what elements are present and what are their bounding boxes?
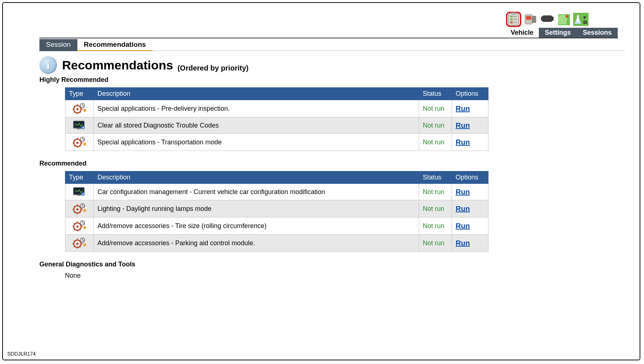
monitor-icon [69,120,90,130]
toolbar-label-vehicle[interactable]: Vehicle [505,28,539,38]
run-link[interactable]: Run [456,105,470,113]
recommendations-table: TypeDescriptionStatusOptionsCar configur… [65,171,488,252]
svg-rect-2 [510,16,513,18]
col-header-type: Type [65,171,94,184]
tab-recommendations[interactable]: Recommendations [77,39,153,51]
sessions-folder-icon[interactable] [556,12,572,27]
table-row: Add/remove accessories - Tire size (roll… [65,217,488,235]
none-text: None [65,272,625,280]
options-cell: Run [452,117,488,134]
col-header-options: Options [452,171,488,184]
top-toolbar: Vehicle Settings Sessions [39,10,618,38]
svg-rect-4 [510,22,513,23]
gear-icon [69,203,90,214]
section-title: Recommended [39,160,625,167]
status-cell: Not run [419,200,452,217]
settings-tool-icon[interactable] [523,12,538,27]
section-title: Highly Recommended [39,76,625,84]
options-cell: Run [452,134,488,151]
vehicle-clipboard-icon[interactable] [506,12,521,27]
table-row: Add/remove accessories - Parking aid con… [65,235,488,252]
run-link[interactable]: Run [456,188,470,196]
gear-icon [69,238,90,249]
description-cell: Add/remove accessories - Tire size (roll… [94,217,419,235]
svg-rect-9 [526,16,531,20]
run-link[interactable]: Run [456,121,470,129]
options-cell: Run [452,100,488,117]
type-cell [65,217,94,235]
col-header-type: Type [65,88,94,100]
table-row: Special applications - Transportation mo… [65,134,488,151]
svg-line-68 [74,212,75,213]
svg-line-81 [80,229,81,230]
status-cell: Not run [419,184,452,200]
page-heading: i Recommendations (Ordered by priority) [39,56,625,74]
svg-point-52 [76,142,78,144]
table-row: Car configuration management - Current v… [65,184,488,200]
page-subtitle: (Ordered by priority) [177,64,248,72]
table-row: Lighting - Daylight running lamps modeNo… [65,200,488,217]
run-link[interactable]: Run [456,239,470,247]
sessions-beaker-icon[interactable] [573,12,589,27]
svg-point-88 [83,226,86,229]
page-title: Recommendations [62,58,173,72]
svg-rect-41 [77,128,81,129]
svg-point-38 [83,109,86,112]
description-cell: Lighting - Daylight running lamps mode [94,200,419,217]
svg-line-73 [83,206,84,206]
type-cell [65,117,94,134]
toolbar-label-sessions[interactable]: Sessions [577,28,618,38]
svg-rect-10 [532,16,536,23]
svg-rect-1 [511,12,516,15]
type-cell [65,200,94,217]
toolbar-label-settings[interactable]: Settings [539,28,577,38]
svg-rect-3 [510,19,513,20]
settings-device-icon[interactable] [540,12,555,27]
description-cell: Special applications - Transportation mo… [94,134,419,151]
svg-line-32 [74,111,75,113]
svg-point-102 [83,243,86,246]
gear-icon [69,137,90,148]
run-link[interactable]: Run [456,205,470,213]
type-cell [65,184,94,200]
svg-line-55 [83,139,84,140]
options-cell: Run [452,217,488,235]
type-cell [65,134,94,151]
status-cell: Not run [419,217,452,235]
svg-point-34 [76,108,78,110]
svg-line-48 [74,140,75,141]
svg-rect-23 [573,13,589,26]
description-cell: Add/remove accessories - Parking aid con… [94,235,419,252]
status-cell: Not run [419,134,452,151]
status-cell: Not run [419,100,452,117]
svg-line-37 [83,106,84,106]
svg-line-50 [74,145,75,146]
options-cell: Run [452,200,488,217]
svg-line-82 [74,229,75,230]
svg-line-96 [74,246,75,247]
table-row: Clear all stored Diagnostic Trouble Code… [65,117,488,134]
gear-icon [69,220,90,231]
svg-point-22 [566,15,568,18]
svg-line-80 [74,223,75,224]
col-header-description: Description [94,88,419,100]
svg-line-31 [80,111,81,113]
recommendations-table: TypeDescriptionStatusOptionsSpecial appl… [65,87,488,151]
svg-point-98 [76,243,78,245]
svg-rect-12 [541,17,553,20]
tab-row: Session Recommendations [39,39,625,51]
svg-point-70 [76,208,78,211]
svg-rect-59 [77,195,81,196]
footer-code: SDDJLR174 [7,351,36,357]
svg-line-87 [83,223,84,224]
svg-point-84 [76,225,78,228]
col-header-status: Status [419,88,452,100]
info-icon: i [39,56,57,74]
status-cell: Not run [419,235,452,252]
svg-line-66 [74,206,75,207]
svg-point-74 [83,209,86,212]
tab-session[interactable]: Session [39,39,77,51]
col-header-status: Status [419,171,452,184]
run-link[interactable]: Run [456,138,470,146]
run-link[interactable]: Run [456,222,470,230]
